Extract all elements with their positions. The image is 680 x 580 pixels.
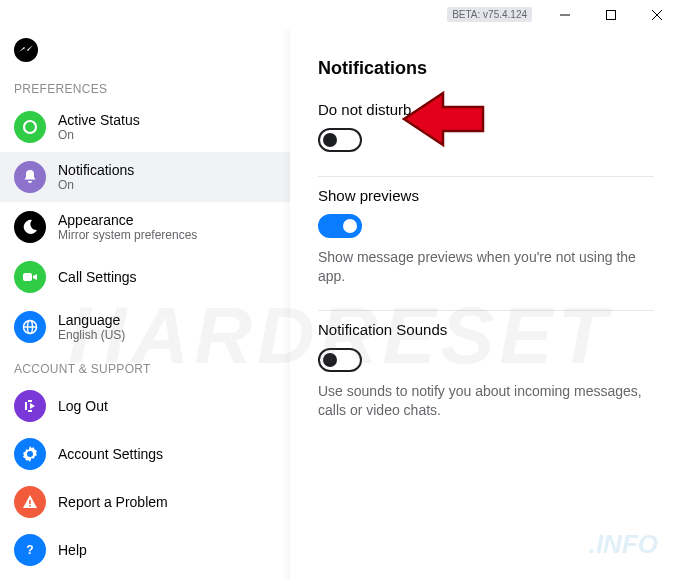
sidebar-item-log-out[interactable]: Log Out: [0, 382, 290, 430]
window-close-button[interactable]: [634, 0, 680, 30]
dnd-toggle[interactable]: [318, 128, 362, 152]
svg-rect-6: [23, 273, 32, 281]
active-status-icon: [14, 111, 46, 143]
logout-icon: [14, 390, 46, 422]
setting-description: Show message previews when you're not us…: [318, 248, 654, 286]
svg-rect-1: [607, 10, 616, 19]
globe-icon: [14, 311, 46, 343]
section-header-account: ACCOUNT & SUPPORT: [0, 352, 290, 382]
sidebar-item-active-status[interactable]: Active Status On: [0, 102, 290, 152]
setting-title: Show previews: [318, 187, 654, 204]
sidebar-item-sub: English (US): [58, 328, 125, 342]
svg-point-4: [14, 38, 38, 62]
video-icon: [14, 261, 46, 293]
sidebar: PREFERENCES Active Status On Notificatio…: [0, 30, 290, 580]
sounds-toggle[interactable]: [318, 348, 362, 372]
sidebar-item-sub: Mirror system preferences: [58, 228, 197, 242]
sidebar-item-label: Call Settings: [58, 269, 137, 285]
setting-show-previews: Show previews Show message previews when…: [318, 179, 654, 308]
setting-notification-sounds: Notification Sounds Use sounds to notify…: [318, 313, 654, 442]
sidebar-item-label: Help: [58, 542, 87, 558]
help-icon: ?: [14, 534, 46, 566]
annotation-arrow-icon: [398, 89, 488, 149]
sidebar-item-label: Log Out: [58, 398, 108, 414]
divider: [318, 310, 654, 311]
sidebar-item-appearance[interactable]: Appearance Mirror system preferences: [0, 202, 290, 252]
window-minimize-button[interactable]: [542, 0, 588, 30]
divider: [318, 176, 654, 177]
section-header-preferences: PREFERENCES: [0, 72, 290, 102]
moon-icon: [14, 211, 46, 243]
setting-do-not-disturb: Do not disturb: [318, 93, 654, 174]
beta-badge: BETA: v75.4.124: [447, 7, 532, 22]
window-maximize-button[interactable]: [588, 0, 634, 30]
sidebar-item-sub: On: [58, 128, 140, 142]
sidebar-item-label: Account Settings: [58, 446, 163, 462]
svg-point-5: [24, 121, 36, 133]
svg-text:?: ?: [26, 543, 33, 557]
setting-title: Notification Sounds: [318, 321, 654, 338]
setting-description: Use sounds to notify you about incoming …: [318, 382, 654, 420]
sidebar-item-sub: On: [58, 178, 134, 192]
sidebar-item-help[interactable]: ? Help: [0, 526, 290, 574]
sidebar-item-language[interactable]: Language English (US): [0, 302, 290, 352]
sidebar-item-label: Language: [58, 312, 125, 328]
sidebar-item-legal-policies[interactable]: Legal & Policies: [0, 574, 290, 580]
sidebar-item-report-problem[interactable]: Report a Problem: [0, 478, 290, 526]
window-titlebar: BETA: v75.4.124: [0, 0, 680, 30]
sidebar-item-label: Report a Problem: [58, 494, 168, 510]
sidebar-item-notifications[interactable]: Notifications On: [0, 152, 290, 202]
sidebar-item-label: Notifications: [58, 162, 134, 178]
previews-toggle[interactable]: [318, 214, 362, 238]
main-panel: Notifications Do not disturb Show previe…: [290, 30, 680, 580]
sidebar-item-account-settings[interactable]: Account Settings: [0, 430, 290, 478]
setting-title: Do not disturb: [318, 101, 654, 118]
sidebar-item-label: Appearance: [58, 212, 197, 228]
bell-icon: [14, 161, 46, 193]
sidebar-item-label: Active Status: [58, 112, 140, 128]
messenger-logo-icon: [14, 38, 38, 62]
warning-icon: [14, 486, 46, 518]
gear-icon: [14, 438, 46, 470]
sidebar-item-call-settings[interactable]: Call Settings: [0, 252, 290, 302]
page-title: Notifications: [318, 58, 654, 79]
